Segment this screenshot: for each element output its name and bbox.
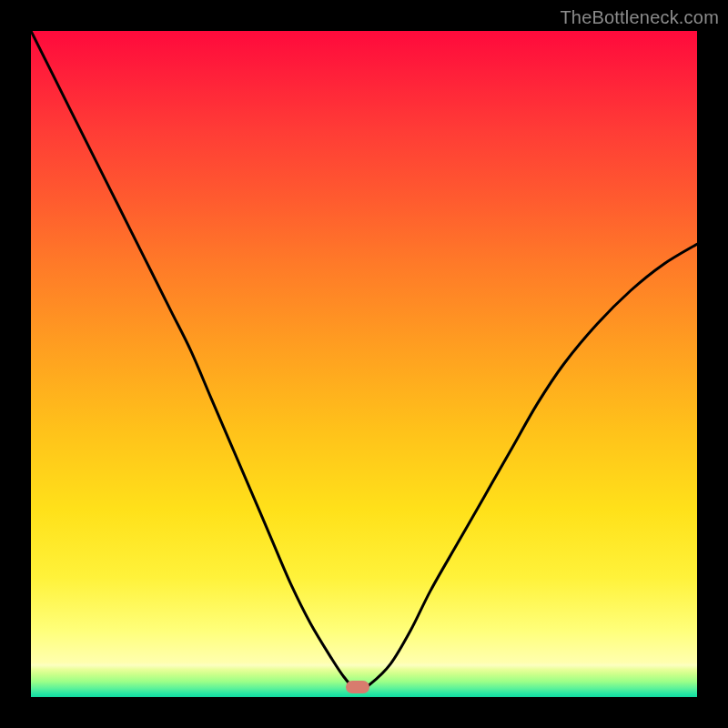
watermark-text: TheBottleneck.com (560, 7, 719, 28)
chart-stage: TheBottleneck.com (0, 0, 728, 728)
plot-area (31, 31, 697, 697)
background-gradient-main (31, 31, 697, 697)
optimal-point-marker (346, 681, 369, 693)
